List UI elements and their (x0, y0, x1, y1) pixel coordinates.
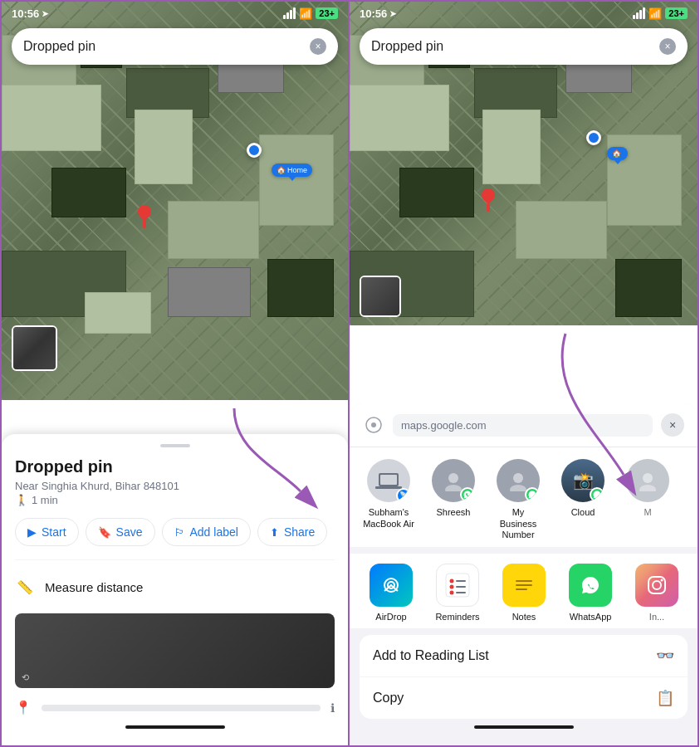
save-button[interactable]: 🔖 Save (86, 518, 155, 546)
start-button[interactable]: ▶ Start (15, 518, 79, 546)
copy-item[interactable]: Copy 📋 (360, 677, 688, 719)
search-bar-right[interactable]: Dropped pin × (360, 28, 688, 65)
search-bar[interactable]: Dropped pin × (12, 28, 338, 65)
location-icon-right: ➤ (389, 9, 396, 18)
wifi-icon-right: 📶 (649, 7, 662, 20)
contact-name-shreesh: Shreesh (437, 507, 471, 518)
contact-m[interactable]: M (622, 459, 673, 540)
reading-list-icon: 👓 (656, 647, 674, 665)
svg-point-2 (371, 422, 376, 427)
divider (15, 559, 335, 560)
notes-label: Notes (512, 612, 536, 622)
save-icon: 🔖 (98, 526, 111, 539)
svg-point-8 (513, 473, 523, 483)
location-photo[interactable]: ⟲ (15, 613, 335, 688)
minimap-right[interactable] (360, 276, 401, 317)
red-pin-right[interactable] (478, 188, 498, 213)
contact-shreesh[interactable]: Shreesh (428, 459, 479, 540)
action-buttons: ▶ Start 🔖 Save 🏳 Add label ⬆ Share (15, 518, 335, 546)
search-close-button[interactable]: × (310, 38, 326, 55)
start-label: Start (42, 525, 66, 539)
wifi-icon: 📶 (299, 7, 312, 20)
search-text: Dropped pin (23, 39, 310, 54)
copy-icon: 📋 (656, 689, 674, 707)
contact-avatar-macbook: 📡 (367, 459, 410, 502)
building (350, 85, 449, 151)
svg-point-10 (643, 473, 653, 483)
airdrop-icon (370, 564, 413, 607)
share-header: maps.google.com × (350, 403, 698, 447)
location-pin-icon: 📍 (15, 700, 32, 715)
svg-rect-24 (516, 584, 532, 586)
status-bar: 10:56 ➤ 📶 23+ (2, 2, 348, 25)
share-close-icon: × (669, 418, 676, 432)
app-airdrop[interactable]: AirDrop (363, 564, 419, 622)
signal-bars-right (633, 7, 645, 19)
svg-point-16 (450, 579, 454, 583)
measure-icon: 📏 (15, 577, 35, 597)
whatsapp-icon (569, 564, 612, 607)
contact-avatar-m (626, 459, 669, 502)
svg-point-7 (445, 485, 462, 491)
svg-point-9 (510, 485, 526, 491)
building (267, 259, 334, 317)
location-bar (42, 705, 321, 711)
share-menu: Add to Reading List 👓 Copy 📋 (360, 635, 688, 719)
walk-icon: 🚶 (15, 494, 28, 506)
copy-label: Copy (373, 691, 404, 706)
building (168, 267, 251, 317)
share-icon: ⬆ (270, 526, 279, 539)
app-notes[interactable]: Notes (496, 564, 552, 622)
airdrop-badge: 📡 (396, 488, 410, 502)
contact-avatar-cloud: 📸 (561, 459, 605, 502)
addlabel-button[interactable]: 🏳 Add label (162, 518, 251, 546)
svg-point-11 (639, 485, 656, 491)
share-url-bar: maps.google.com (393, 414, 653, 437)
share-close-button[interactable]: × (661, 413, 684, 437)
red-pin[interactable] (135, 205, 154, 230)
home-pin-right[interactable]: 🏠 (607, 147, 628, 160)
building (85, 292, 151, 334)
svg-rect-17 (456, 580, 466, 582)
save-label: Save (116, 525, 143, 539)
contact-avatar-business (497, 459, 540, 502)
right-phone-panel: 10:56 ➤ 📶 23+ Dropped pin × 🏠 (350, 0, 699, 747)
blue-dot-pin (247, 143, 262, 158)
search-close-button-right[interactable]: × (659, 38, 676, 55)
svg-point-20 (450, 591, 454, 595)
contacts-row: 📡 Subham's MacBook Air (350, 447, 698, 547)
home-pin-icon-right: 🏠 (612, 149, 621, 158)
building (482, 110, 541, 184)
svg-point-18 (450, 585, 454, 589)
building (516, 201, 607, 259)
bottom-panel: Dropped pin Near Singhia Khurd, Bihar 84… (2, 434, 348, 745)
status-time-right: 10:56 ➤ (360, 7, 396, 20)
blue-dot-pin-right (586, 130, 601, 145)
home-pin[interactable]: 🏠 Home (272, 164, 312, 177)
status-right-right: 📶 23+ (633, 7, 688, 20)
airdrop-label: AirDrop (375, 612, 406, 622)
status-right: 📶 23+ (283, 7, 338, 20)
share-button[interactable]: ⬆ Share (257, 518, 327, 546)
photo-overlay-icon: ⟲ (22, 672, 29, 683)
app-instagram[interactable]: In... (629, 564, 685, 622)
svg-rect-21 (456, 592, 466, 593)
add-reading-list-item[interactable]: Add to Reading List 👓 (360, 635, 688, 677)
minimap-thumbnail[interactable] (12, 325, 57, 371)
building (259, 134, 334, 226)
contact-name-business: My Business Number (492, 507, 544, 540)
contact-name-m: M (644, 507, 651, 518)
svg-rect-23 (516, 580, 532, 582)
app-reminders[interactable]: Reminders (429, 564, 486, 622)
drag-handle[interactable] (160, 444, 190, 447)
contact-business[interactable]: My Business Number (492, 459, 544, 540)
building (168, 201, 259, 259)
svg-rect-25 (516, 588, 527, 590)
battery-label-right: 23+ (665, 7, 688, 19)
app-whatsapp[interactable]: WhatsApp (562, 564, 619, 622)
contact-cloud[interactable]: 📸 Cloud (557, 459, 609, 540)
measure-distance-item[interactable]: 📏 Measure distance (15, 567, 335, 607)
contact-macbook[interactable]: 📡 Subham's MacBook Air (363, 459, 414, 540)
share-url-text: maps.google.com (401, 419, 487, 432)
whatsapp-badge-business (525, 487, 540, 502)
